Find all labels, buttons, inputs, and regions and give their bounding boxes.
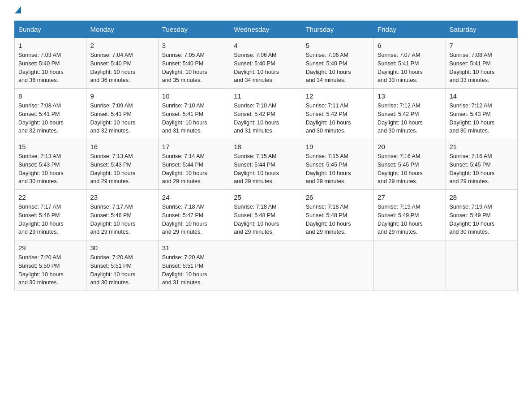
day-number: 30 <box>90 244 154 252</box>
day-number: 27 <box>378 193 442 201</box>
header-cell-thursday: Thursday <box>302 21 373 38</box>
day-info: Sunrise: 7:12 AMSunset: 5:43 PMDaylight:… <box>450 102 514 135</box>
calendar-cell: 9 Sunrise: 7:09 AMSunset: 5:41 PMDayligh… <box>86 89 158 139</box>
day-number: 21 <box>450 143 514 150</box>
day-info: Sunrise: 7:16 AMSunset: 5:45 PMDaylight:… <box>450 152 514 186</box>
day-info: Sunrise: 7:19 AMSunset: 5:49 PMDaylight:… <box>450 203 514 236</box>
day-number: 23 <box>90 193 154 201</box>
day-number: 4 <box>234 42 298 49</box>
calendar-cell: 12 Sunrise: 7:11 AMSunset: 5:42 PMDaylig… <box>302 89 373 139</box>
calendar-cell: 4 Sunrise: 7:06 AMSunset: 5:40 PMDayligh… <box>230 38 302 89</box>
day-number: 7 <box>450 42 514 49</box>
header-cell-saturday: Saturday <box>446 21 517 38</box>
day-number: 11 <box>234 92 298 100</box>
calendar-cell <box>446 240 517 291</box>
day-info: Sunrise: 7:12 AMSunset: 5:42 PMDaylight:… <box>378 102 442 135</box>
day-info: Sunrise: 7:18 AMSunset: 5:48 PMDaylight:… <box>306 203 370 236</box>
calendar-cell: 5 Sunrise: 7:06 AMSunset: 5:40 PMDayligh… <box>302 38 373 89</box>
logo[interactable] <box>14 11 21 13</box>
calendar-cell: 19 Sunrise: 7:15 AMSunset: 5:45 PMDaylig… <box>302 139 373 190</box>
day-info: Sunrise: 7:18 AMSunset: 5:48 PMDaylight:… <box>234 203 298 236</box>
day-number: 29 <box>18 244 82 252</box>
calendar-cell: 22 Sunrise: 7:17 AMSunset: 5:46 PMDaylig… <box>15 190 86 240</box>
day-info: Sunrise: 7:17 AMSunset: 5:46 PMDaylight:… <box>18 203 82 236</box>
header-cell-sunday: Sunday <box>15 21 86 38</box>
day-number: 14 <box>450 92 514 100</box>
day-number: 6 <box>378 42 442 49</box>
day-number: 26 <box>306 193 370 201</box>
calendar-cell: 1 Sunrise: 7:03 AMSunset: 5:40 PMDayligh… <box>15 38 86 89</box>
day-number: 17 <box>162 143 226 150</box>
calendar-cell: 27 Sunrise: 7:19 AMSunset: 5:49 PMDaylig… <box>374 190 446 240</box>
header-cell-wednesday: Wednesday <box>230 21 302 38</box>
calendar-cell: 28 Sunrise: 7:19 AMSunset: 5:49 PMDaylig… <box>446 190 517 240</box>
header-cell-tuesday: Tuesday <box>158 21 230 38</box>
day-info: Sunrise: 7:15 AMSunset: 5:45 PMDaylight:… <box>306 152 370 186</box>
day-info: Sunrise: 7:10 AMSunset: 5:41 PMDaylight:… <box>162 102 226 135</box>
header-cell-monday: Monday <box>86 21 158 38</box>
calendar-cell: 6 Sunrise: 7:07 AMSunset: 5:41 PMDayligh… <box>374 38 446 89</box>
calendar-cell: 15 Sunrise: 7:13 AMSunset: 5:43 PMDaylig… <box>15 139 86 190</box>
day-info: Sunrise: 7:08 AMSunset: 5:41 PMDaylight:… <box>450 51 514 85</box>
day-info: Sunrise: 7:08 AMSunset: 5:41 PMDaylight:… <box>18 102 82 135</box>
calendar-cell <box>230 240 302 291</box>
day-info: Sunrise: 7:09 AMSunset: 5:41 PMDaylight:… <box>90 102 154 135</box>
day-info: Sunrise: 7:20 AMSunset: 5:50 PMDaylight:… <box>18 253 82 287</box>
day-number: 28 <box>450 193 514 201</box>
calendar-cell: 16 Sunrise: 7:13 AMSunset: 5:43 PMDaylig… <box>86 139 158 190</box>
calendar-cell: 31 Sunrise: 7:20 AMSunset: 5:51 PMDaylig… <box>158 240 230 291</box>
calendar-cell: 10 Sunrise: 7:10 AMSunset: 5:41 PMDaylig… <box>158 89 230 139</box>
calendar-cell: 21 Sunrise: 7:16 AMSunset: 5:45 PMDaylig… <box>446 139 517 190</box>
day-info: Sunrise: 7:11 AMSunset: 5:42 PMDaylight:… <box>306 102 370 135</box>
day-number: 19 <box>306 143 370 150</box>
calendar-row: 15 Sunrise: 7:13 AMSunset: 5:43 PMDaylig… <box>15 139 518 190</box>
day-number: 13 <box>378 92 442 100</box>
day-number: 10 <box>162 92 226 100</box>
day-number: 5 <box>306 42 370 49</box>
day-info: Sunrise: 7:18 AMSunset: 5:47 PMDaylight:… <box>162 203 226 236</box>
day-info: Sunrise: 7:13 AMSunset: 5:43 PMDaylight:… <box>90 152 154 186</box>
day-number: 24 <box>162 193 226 201</box>
calendar-cell: 24 Sunrise: 7:18 AMSunset: 5:47 PMDaylig… <box>158 190 230 240</box>
calendar-row: 8 Sunrise: 7:08 AMSunset: 5:41 PMDayligh… <box>15 89 518 139</box>
logo-triangle-icon <box>15 6 21 13</box>
calendar-cell: 20 Sunrise: 7:16 AMSunset: 5:45 PMDaylig… <box>374 139 446 190</box>
calendar-cell: 7 Sunrise: 7:08 AMSunset: 5:41 PMDayligh… <box>446 38 517 89</box>
calendar-row: 22 Sunrise: 7:17 AMSunset: 5:46 PMDaylig… <box>15 190 518 240</box>
calendar-cell: 11 Sunrise: 7:10 AMSunset: 5:42 PMDaylig… <box>230 89 302 139</box>
day-info: Sunrise: 7:17 AMSunset: 5:46 PMDaylight:… <box>90 203 154 236</box>
day-number: 20 <box>378 143 442 150</box>
calendar-cell: 2 Sunrise: 7:04 AMSunset: 5:40 PMDayligh… <box>86 38 158 89</box>
calendar-cell <box>374 240 446 291</box>
calendar-cell: 26 Sunrise: 7:18 AMSunset: 5:48 PMDaylig… <box>302 190 373 240</box>
header-row: SundayMondayTuesdayWednesdayThursdayFrid… <box>15 21 518 38</box>
day-number: 15 <box>18 143 82 150</box>
day-number: 12 <box>306 92 370 100</box>
calendar-cell: 23 Sunrise: 7:17 AMSunset: 5:46 PMDaylig… <box>86 190 158 240</box>
calendar-cell: 29 Sunrise: 7:20 AMSunset: 5:50 PMDaylig… <box>15 240 86 291</box>
day-info: Sunrise: 7:13 AMSunset: 5:43 PMDaylight:… <box>18 152 82 186</box>
day-number: 25 <box>234 193 298 201</box>
day-info: Sunrise: 7:10 AMSunset: 5:42 PMDaylight:… <box>234 102 298 135</box>
day-info: Sunrise: 7:07 AMSunset: 5:41 PMDaylight:… <box>378 51 442 85</box>
day-info: Sunrise: 7:06 AMSunset: 5:40 PMDaylight:… <box>306 51 370 85</box>
day-number: 3 <box>162 42 226 49</box>
calendar-header: SundayMondayTuesdayWednesdayThursdayFrid… <box>15 21 518 38</box>
calendar-cell: 8 Sunrise: 7:08 AMSunset: 5:41 PMDayligh… <box>15 89 86 139</box>
day-number: 31 <box>162 244 226 252</box>
calendar-table: SundayMondayTuesdayWednesdayThursdayFrid… <box>14 21 518 291</box>
page-header <box>14 11 518 13</box>
day-number: 8 <box>18 92 82 100</box>
calendar-cell: 25 Sunrise: 7:18 AMSunset: 5:48 PMDaylig… <box>230 190 302 240</box>
header-cell-friday: Friday <box>374 21 446 38</box>
calendar-cell: 18 Sunrise: 7:15 AMSunset: 5:44 PMDaylig… <box>230 139 302 190</box>
day-number: 2 <box>90 42 154 49</box>
calendar-cell: 14 Sunrise: 7:12 AMSunset: 5:43 PMDaylig… <box>446 89 517 139</box>
day-info: Sunrise: 7:03 AMSunset: 5:40 PMDaylight:… <box>18 51 82 85</box>
day-number: 16 <box>90 143 154 150</box>
day-info: Sunrise: 7:14 AMSunset: 5:44 PMDaylight:… <box>162 152 226 186</box>
day-info: Sunrise: 7:20 AMSunset: 5:51 PMDaylight:… <box>90 253 154 287</box>
day-info: Sunrise: 7:20 AMSunset: 5:51 PMDaylight:… <box>162 253 226 287</box>
calendar-cell: 13 Sunrise: 7:12 AMSunset: 5:42 PMDaylig… <box>374 89 446 139</box>
day-number: 22 <box>18 193 82 201</box>
